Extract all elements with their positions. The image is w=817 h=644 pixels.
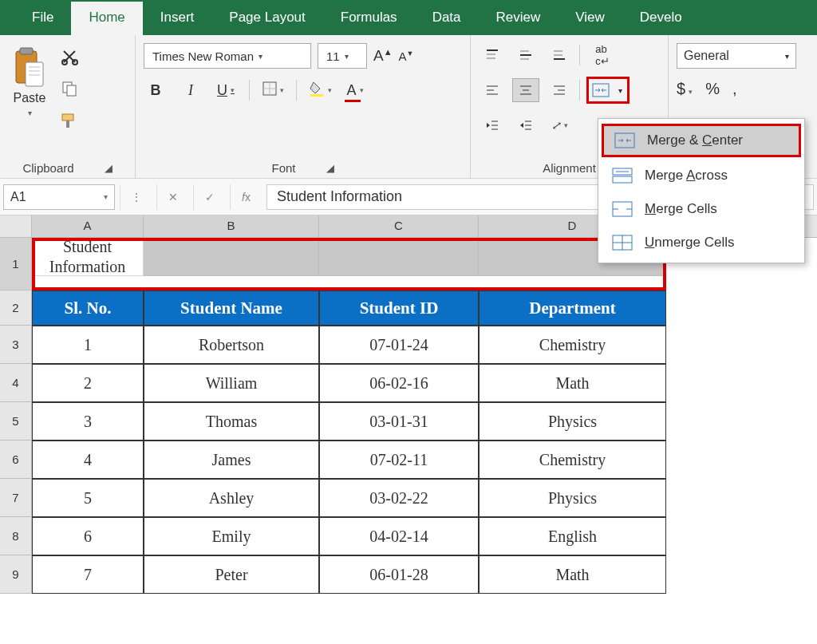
table-header-slno[interactable]: Sl. No. — [32, 290, 144, 326]
merge-cells-item[interactable]: Merge Cells — [598, 192, 804, 226]
row-header-7[interactable]: 7 — [0, 479, 32, 517]
table-cell[interactable]: Math — [479, 364, 666, 402]
merge-across-item[interactable]: Merge Across — [598, 159, 804, 192]
table-cell[interactable]: 6 — [32, 517, 144, 555]
formula-bar-expand[interactable]: ⋮ — [120, 184, 152, 210]
table-cell[interactable]: 3 — [32, 402, 144, 441]
bold-button[interactable]: B — [144, 78, 168, 102]
font-dialog-launcher[interactable]: ◢ — [326, 162, 334, 174]
row-header-2[interactable]: 2 — [0, 290, 32, 326]
number-format-combo[interactable]: General ▾ — [677, 43, 796, 69]
align-bottom-button[interactable] — [546, 43, 573, 67]
paste-dropdown-icon[interactable]: ▾ — [28, 109, 32, 117]
font-size-combo[interactable]: 11▾ — [318, 43, 367, 69]
row-header-4[interactable]: 4 — [0, 364, 32, 402]
decrease-font-button[interactable]: A▼ — [399, 49, 414, 63]
align-right-button[interactable] — [546, 78, 573, 102]
table-cell[interactable]: English — [479, 517, 666, 555]
table-cell[interactable]: Ashley — [144, 479, 319, 517]
col-header-a[interactable]: A — [32, 215, 144, 237]
italic-button[interactable]: I — [179, 78, 203, 102]
insert-function-button[interactable]: fx — [230, 184, 262, 210]
align-center-button[interactable] — [512, 78, 539, 102]
table-cell[interactable]: Robertson — [144, 326, 319, 364]
table-cell[interactable]: Thomas — [144, 402, 319, 441]
font-color-button[interactable]: A — [343, 78, 367, 102]
row-header-3[interactable]: 3 — [0, 326, 32, 364]
table-cell[interactable]: 06-02-16 — [319, 364, 479, 402]
clipboard-dialog-launcher[interactable]: ◢ — [105, 162, 112, 174]
enter-formula-button[interactable]: ✓ — [193, 184, 225, 210]
increase-font-button[interactable]: A▲ — [373, 47, 393, 65]
align-left-button[interactable] — [479, 78, 506, 102]
tab-developer[interactable]: Develo — [622, 2, 700, 35]
table-cell[interactable]: 2 — [32, 364, 144, 402]
table-cell[interactable]: 07-02-11 — [319, 441, 479, 479]
tab-formulas[interactable]: Formulas — [323, 2, 415, 35]
tab-data[interactable]: Data — [415, 2, 479, 35]
unmerge-cells-item[interactable]: Unmerge Cells — [598, 226, 804, 259]
merge-dropdown-icon[interactable]: ▾ — [613, 79, 627, 101]
table-cell[interactable]: Math — [479, 555, 666, 594]
table-cell[interactable]: James — [144, 441, 319, 479]
table-header-name[interactable]: Student Name — [144, 290, 319, 326]
table-cell[interactable]: 7 — [32, 555, 144, 594]
col-header-b[interactable]: B — [144, 215, 319, 237]
table-cell[interactable]: Peter — [144, 555, 319, 594]
row-header-6[interactable]: 6 — [0, 441, 32, 479]
cell-c1[interactable] — [319, 238, 479, 276]
row-header-9[interactable]: 9 — [0, 555, 32, 594]
comma-button[interactable]: , — [732, 80, 737, 98]
table-header-dept[interactable]: Department — [479, 290, 666, 326]
row-header-1[interactable]: 1 — [0, 238, 32, 290]
format-painter-button[interactable] — [57, 110, 81, 132]
table-header-id[interactable]: Student ID — [319, 290, 479, 326]
col-header-c[interactable]: C — [319, 215, 479, 237]
underline-button[interactable]: U — [214, 78, 238, 102]
table-cell[interactable]: 5 — [32, 479, 144, 517]
table-cell[interactable]: Physics — [479, 402, 666, 441]
table-cell[interactable]: 06-01-28 — [319, 555, 479, 594]
copy-button[interactable] — [57, 78, 81, 101]
table-cell[interactable]: 03-02-22 — [319, 479, 479, 517]
align-middle-button[interactable] — [512, 43, 539, 67]
percent-button[interactable]: % — [705, 80, 720, 98]
font-family-combo[interactable]: Times New Roman▾ — [144, 43, 311, 69]
name-box[interactable]: A1 ▾ — [3, 184, 115, 210]
tab-page-layout[interactable]: Page Layout — [211, 2, 322, 35]
table-cell[interactable]: Physics — [479, 479, 666, 517]
wrap-text-button[interactable]: abc↵ — [586, 43, 618, 67]
table-cell[interactable]: William — [144, 364, 319, 402]
table-cell[interactable]: 03-01-31 — [319, 402, 479, 441]
decrease-indent-button[interactable] — [479, 113, 506, 137]
tab-review[interactable]: Review — [479, 2, 558, 35]
increase-indent-button[interactable] — [512, 113, 539, 137]
row-header-8[interactable]: 8 — [0, 517, 32, 555]
table-cell[interactable]: 04-02-14 — [319, 517, 479, 555]
worksheet-grid[interactable]: A B C D E 1 Student Information 2 Sl. No… — [0, 215, 817, 594]
table-cell[interactable]: 07-01-24 — [319, 326, 479, 364]
orientation-button[interactable]: ⤢ — [546, 113, 573, 137]
table-cell[interactable]: 4 — [32, 441, 144, 479]
cancel-formula-button[interactable]: ✕ — [156, 184, 188, 210]
tab-home[interactable]: Home — [71, 2, 142, 35]
row-header-5[interactable]: 5 — [0, 402, 32, 441]
tab-insert[interactable]: Insert — [143, 2, 212, 35]
table-cell[interactable]: Emily — [144, 517, 319, 555]
cut-button[interactable] — [57, 46, 81, 69]
tab-view[interactable]: View — [558, 2, 622, 35]
table-cell[interactable]: Chemistry — [479, 441, 666, 479]
paste-button[interactable]: Paste ▾ — [8, 43, 51, 121]
currency-button[interactable]: $ — [677, 80, 693, 98]
borders-button[interactable] — [261, 78, 285, 102]
merge-center-split-button[interactable]: ▾ — [586, 77, 630, 104]
table-cell[interactable]: 1 — [32, 326, 144, 364]
tab-file[interactable]: File — [14, 2, 71, 35]
cell-b1[interactable] — [144, 238, 319, 276]
select-all-corner[interactable] — [0, 215, 32, 237]
table-cell[interactable]: Chemistry — [479, 326, 666, 364]
align-top-button[interactable] — [479, 43, 506, 67]
fill-color-button[interactable] — [308, 78, 332, 102]
cell-a1[interactable]: Student Information — [32, 238, 144, 276]
merge-and-center-item[interactable]: Merge & Center — [602, 124, 801, 157]
